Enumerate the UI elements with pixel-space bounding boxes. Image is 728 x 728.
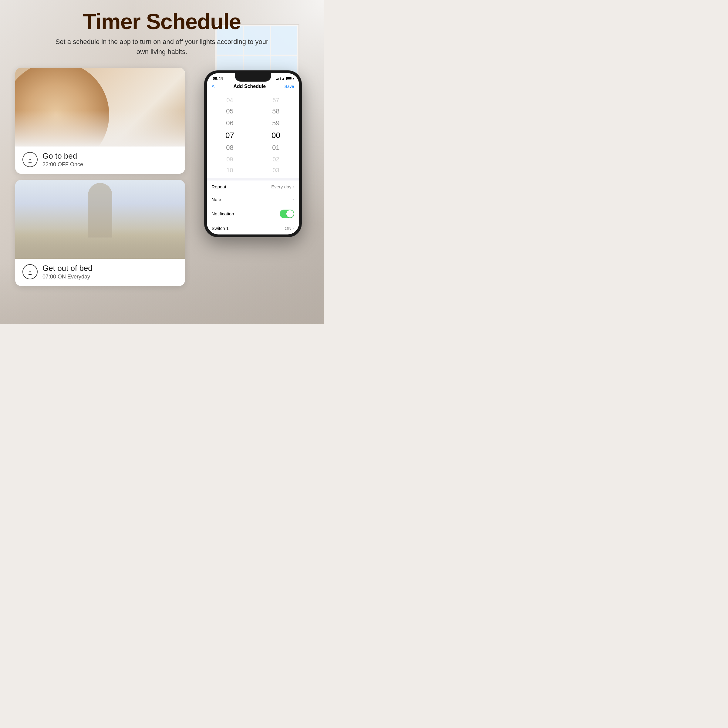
hour-item: 06 [207,118,253,129]
note-row[interactable]: Note › [207,193,299,206]
go-to-bed-card: Go to bed 22:00 OFF Once [15,68,185,174]
switch1-chevron-icon: › [293,226,294,231]
switch1-value: ON › [284,226,294,231]
notification-toggle[interactable] [280,210,294,218]
wifi-icon: ▲ [282,77,285,80]
page-title: Timer Schedule [18,10,306,34]
page-header: Timer Schedule Set a schedule in the app… [0,0,324,61]
sleeping-image [15,68,185,147]
card-detail-wake: 07:00 ON Everyday [43,274,93,280]
phone-screen: 09:44 ▲ [207,73,299,234]
repeat-value: Every day › [271,184,294,189]
switch1-row[interactable]: Switch 1 ON › [207,222,299,234]
time-picker[interactable]: 04 05 06 07 08 09 10 57 58 59 [207,92,299,178]
note-label: Note [212,197,222,202]
notification-label: Notification [212,211,234,216]
battery-icon [286,77,293,80]
card-title-sleep: Go to bed [43,151,83,161]
phone-mockup: 09:44 ▲ [205,71,301,237]
status-icons: ▲ [276,77,293,80]
phone-container: 09:44 ▲ [194,68,312,237]
repeat-label: Repeat [212,184,226,189]
hour-item-selected: 07 [207,129,253,142]
hour-item: 09 [207,154,253,165]
repeat-chevron-icon: › [293,184,294,189]
phone-notch [235,73,271,82]
back-button[interactable]: < [212,83,215,89]
hour-item: 08 [207,142,253,153]
card-title-wake: Get out of bed [43,264,93,273]
settings-section: Repeat Every day › Note › [207,178,299,234]
minute-item: 01 [253,142,299,153]
status-time: 09:44 [213,76,223,81]
app-title: Add Schedule [233,84,266,89]
minute-item: 03 [253,165,299,176]
card-detail-sleep: 22:00 OFF Once [43,161,83,168]
hour-item: 04 [207,95,253,106]
minute-item: 59 [253,118,299,129]
minute-item: 58 [253,106,299,117]
minute-item-selected: 00 [253,129,299,142]
repeat-value-text: Every day [271,184,292,189]
alarm-cards-column: Go to bed 22:00 OFF Once Get out of bed [15,68,185,286]
page-subtitle: Set a schedule in the app to turn on and… [53,37,271,57]
switch1-label: Switch 1 [212,226,229,231]
get-out-of-bed-card: Get out of bed 07:00 ON Everyday [15,180,185,286]
note-chevron-icon: › [293,197,294,202]
minute-item: 02 [253,154,299,165]
save-button[interactable]: Save [284,84,294,89]
hour-item: 10 [207,165,253,176]
signal-icon [276,77,281,80]
minute-column[interactable]: 57 58 59 00 01 02 03 [253,95,299,175]
note-value: › [293,197,294,202]
minute-item: 57 [253,95,299,106]
hour-column[interactable]: 04 05 06 07 08 09 10 [207,95,253,175]
repeat-row[interactable]: Repeat Every day › [207,180,299,193]
switch1-value-text: ON [284,226,292,231]
notification-row[interactable]: Notification [207,206,299,222]
clock-icon-sleep [23,152,38,167]
app-header: < Add Schedule Save [207,82,299,92]
hour-item: 05 [207,106,253,117]
waking-image [15,180,185,259]
clock-icon-wake [23,264,38,279]
